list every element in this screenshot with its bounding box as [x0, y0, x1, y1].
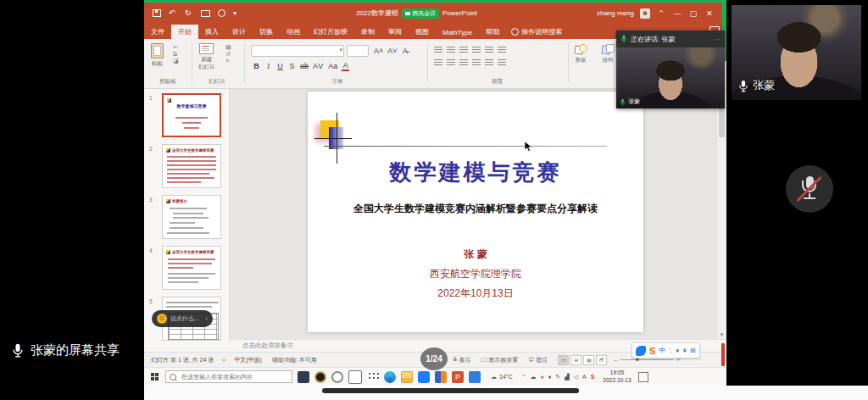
tencent-meeting-icon[interactable] [418, 371, 430, 383]
accessibility-status[interactable]: 辅助功能: 不可用 [272, 356, 317, 364]
ime-currency[interactable]: ¥ [682, 347, 686, 354]
sogou-ime-bar[interactable]: S 中 ’, ♦ ¥ ⊞ [632, 342, 700, 358]
volume-icon[interactable]: ◁ [574, 374, 578, 381]
quick-chat-bubble[interactable]: ☺ 说点什么... ‹ [152, 310, 213, 327]
apps-grid-icon[interactable] [367, 371, 379, 383]
taskbar-search[interactable] [165, 370, 292, 383]
edge-icon[interactable] [384, 371, 396, 383]
cut-icon[interactable]: ✂ [173, 44, 179, 51]
bold-button[interactable]: B [253, 62, 260, 70]
tab-transitions[interactable]: 切换 [253, 25, 280, 39]
collapsed-toolbar-pill[interactable] [322, 388, 579, 393]
tab-home[interactable]: 开始 [171, 25, 198, 39]
ime-toolbox-icon[interactable]: ⊞ [690, 347, 696, 354]
reading-view-icon[interactable]: ▤ [583, 355, 594, 365]
paste-button[interactable]: 粘贴 [151, 43, 164, 68]
text-direction-icon[interactable] [498, 47, 506, 53]
sogou-tray-icon[interactable]: S [591, 374, 595, 380]
camera-app-icon[interactable] [298, 371, 309, 383]
grow-font-icon[interactable]: A˄ [374, 47, 383, 55]
mute-microphone-button[interactable] [786, 165, 833, 213]
comments-button[interactable]: 🗩 批注 [528, 356, 548, 364]
weather-temp[interactable]: 14°C [499, 374, 513, 380]
bullets-icon[interactable] [434, 47, 442, 53]
speaker-video-overlay[interactable]: 正在讲话: 张蒙 ··· 张蒙 [616, 31, 725, 108]
columns-icon[interactable] [485, 59, 493, 66]
layout-icon[interactable]: ▤ [225, 44, 231, 51]
ime-punctuation[interactable]: ’, [669, 347, 672, 354]
photos-icon[interactable] [469, 371, 481, 383]
font-color-button[interactable]: A [342, 61, 349, 71]
tab-record[interactable]: 录制 [354, 25, 381, 39]
redo-icon[interactable]: ↻ [185, 9, 193, 17]
shapes-button[interactable]: 形状 [575, 44, 587, 64]
record-icon[interactable] [218, 9, 225, 17]
char-spacing-button[interactable]: AV [313, 62, 324, 70]
slide-thumbnail-3[interactable]: 竞赛简介 [162, 195, 221, 239]
task-view-icon[interactable] [348, 370, 362, 384]
minimize-button[interactable]: — [672, 9, 682, 18]
powerpoint-icon[interactable]: P [452, 371, 464, 383]
section-icon[interactable]: ≡ [225, 58, 231, 64]
tell-me-search[interactable]: 操作说明搜索 [511, 27, 562, 39]
change-case-button[interactable]: Aa [328, 62, 337, 70]
align-right-icon[interactable] [459, 59, 468, 66]
ime-chinese-mode[interactable]: 中 [659, 346, 665, 355]
close-button[interactable]: ✕ [704, 9, 715, 18]
account-name[interactable]: zhang meng [597, 9, 634, 17]
tab-review[interactable]: 审阅 [381, 25, 409, 39]
spellcheck-icon[interactable]: ⌗ [222, 357, 225, 364]
zoom-out-icon[interactable]: – [614, 357, 617, 363]
overlay-more-icon[interactable]: ··· [714, 36, 721, 43]
pen-icon[interactable]: ✎ [555, 374, 560, 381]
slide-thumbnail-2[interactable]: 全国大学生数学建模竞赛 [162, 144, 221, 188]
cortana-icon[interactable] [331, 371, 343, 383]
font-size-box[interactable] [347, 45, 369, 57]
firefox-icon[interactable]: ● [541, 374, 544, 380]
slideshow-view-icon[interactable]: 🗗 [596, 355, 607, 365]
ribbon-display-options-icon[interactable]: ⌃ [656, 9, 666, 18]
participant-video[interactable]: 张蒙 [732, 5, 861, 100]
slideshow-icon[interactable] [201, 10, 210, 17]
indent-decrease-icon[interactable] [459, 47, 468, 53]
clear-format-icon[interactable]: A̶ [402, 47, 409, 55]
format-painter-icon[interactable]: ◪ [173, 58, 179, 64]
wps-icon[interactable] [435, 371, 447, 383]
language-status[interactable]: 中文(中国) [234, 356, 262, 364]
headset-app-icon[interactable] [314, 371, 326, 383]
tab-design[interactable]: 设计 [225, 25, 253, 39]
scroll-down-icon[interactable]: ▼ [717, 332, 726, 337]
slide-canvas[interactable]: 数学建模与竞赛 全国大学生数学建模竞赛内涵解析暨参赛要点分享解读 张 蒙 西安航… [308, 92, 643, 332]
tab-animations[interactable]: 动画 [280, 25, 307, 39]
taskbar-clock[interactable]: 19:05 2022-10-13 [603, 369, 631, 383]
underline-button[interactable]: U [276, 62, 284, 70]
indent-increase-icon[interactable] [472, 47, 481, 53]
justify-icon[interactable] [472, 59, 481, 66]
copy-icon[interactable]: ⧉ [173, 51, 179, 58]
normal-view-icon[interactable]: ▭ [558, 355, 569, 365]
zoom-slider[interactable] [620, 359, 673, 360]
emoji-icon[interactable]: ☺ [157, 314, 167, 324]
line-spacing-icon[interactable] [485, 47, 493, 53]
align-center-icon[interactable] [447, 59, 455, 66]
tab-file[interactable]: 文件 [144, 25, 171, 39]
undo-icon[interactable]: ↶ [169, 9, 177, 17]
network-icon[interactable]: ▟ [565, 374, 569, 381]
onedrive-icon[interactable]: ☁ [531, 374, 537, 381]
slide-sorter-icon[interactable]: ⊞ [570, 355, 581, 365]
vertical-scrollbar[interactable]: ▲ ▼ [716, 89, 726, 339]
maximize-button[interactable]: ▢ [688, 9, 698, 18]
italic-button[interactable]: I [264, 62, 272, 70]
tab-insert[interactable]: 插入 [198, 25, 225, 39]
arrange-button[interactable]: 排列 [602, 44, 614, 64]
smartart-icon[interactable] [498, 59, 506, 66]
action-center-icon[interactable] [638, 372, 648, 382]
ime-mode-icon[interactable]: A [582, 374, 587, 380]
search-input[interactable] [180, 373, 285, 381]
collapse-arrow-icon[interactable]: ‹ [205, 314, 208, 323]
tab-help[interactable]: 帮助 [479, 25, 506, 39]
start-button[interactable] [151, 373, 159, 381]
ime-mic-icon[interactable]: ♦ [676, 347, 679, 354]
ime-cursor-icon[interactable] [636, 346, 646, 356]
slide-thumbnail-1[interactable]: 数学建模与竞赛 [162, 93, 221, 137]
